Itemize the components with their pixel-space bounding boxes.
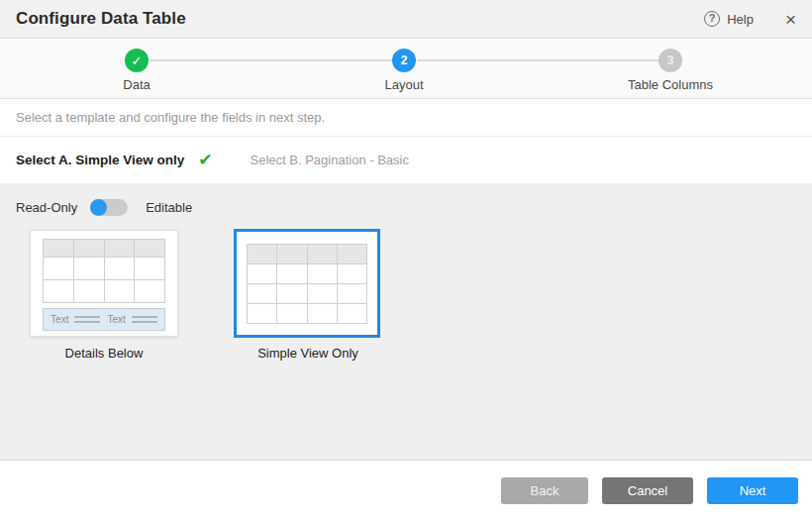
detail-field-preview: Text xyxy=(51,314,100,325)
help-icon: ? xyxy=(704,11,720,27)
help-button[interactable]: ? Help xyxy=(704,11,754,27)
instruction-row: Select a template and configure the fiel… xyxy=(0,99,812,137)
check-icon: ✔ xyxy=(198,152,212,168)
dialog-titlebar: Configure Data Table ? Help × xyxy=(0,0,812,39)
detail-field-preview: Text xyxy=(108,314,157,325)
dialog-footer: Back Cancel Next xyxy=(0,460,812,521)
help-label: Help xyxy=(727,12,754,27)
detail-text-placeholder: Text xyxy=(51,314,68,325)
step-layout-label: Layout xyxy=(335,77,473,92)
simple-view-table-preview xyxy=(247,244,367,324)
read-only-editable-toggle[interactable] xyxy=(90,199,128,216)
toggle-knob xyxy=(90,199,107,216)
dialog-title: Configure Data Table xyxy=(16,9,186,29)
detail-lines-decoration xyxy=(132,316,157,323)
step-table-columns: 3 Table Columns xyxy=(601,49,740,92)
read-only-label: Read-Only xyxy=(16,200,77,215)
cancel-button[interactable]: Cancel xyxy=(602,477,693,504)
option-simple-view-only[interactable]: Select A. Simple View only ✔ xyxy=(16,152,213,168)
simple-view-only-label: Simple View Only xyxy=(232,346,384,361)
next-button[interactable]: Next xyxy=(707,477,798,504)
template-card-details-below[interactable]: Text Text xyxy=(30,230,178,337)
editable-label: Editable xyxy=(146,200,192,215)
template-card-simple-view-only[interactable] xyxy=(234,229,380,338)
detail-lines-decoration xyxy=(74,316,100,323)
details-below-label: Details Below xyxy=(29,346,179,361)
close-icon[interactable]: × xyxy=(785,10,796,29)
back-button[interactable]: Back xyxy=(501,477,588,504)
step-table-columns-number: 3 xyxy=(659,49,682,72)
mode-toggle-row: Read-Only Editable xyxy=(16,197,796,217)
detail-text-placeholder: Text xyxy=(108,314,126,325)
step-data-check-icon: ✓ xyxy=(125,49,149,72)
step-table-columns-label: Table Columns xyxy=(601,77,740,92)
titlebar-actions: ? Help × xyxy=(704,10,796,29)
template-cards-row: Text Text xyxy=(16,230,796,338)
option-pagination-basic[interactable]: Select B. Pagination - Basic xyxy=(251,153,409,167)
layout-options-panel: Read-Only Editable Text xyxy=(0,183,812,460)
instruction-text: Select a template and configure the fiel… xyxy=(16,110,325,125)
template-group-selector: Select A. Simple View only ✔ Select B. P… xyxy=(0,137,812,183)
option-simple-view-only-label: Select A. Simple View only xyxy=(16,153,184,167)
wizard-stepper: ✓ Data 2 Layout 3 Table Columns xyxy=(0,39,812,99)
template-card-labels: Details Below Simple View Only xyxy=(16,346,796,361)
step-data-label: Data xyxy=(67,77,206,92)
details-strip-preview: Text Text xyxy=(43,308,165,331)
details-below-table-preview xyxy=(43,239,165,303)
configure-data-table-dialog: Configure Data Table ? Help × ✓ Data 2 L… xyxy=(0,0,812,521)
step-layout[interactable]: 2 Layout xyxy=(335,49,473,92)
step-layout-number: 2 xyxy=(392,49,416,72)
step-data[interactable]: ✓ Data xyxy=(67,49,206,92)
